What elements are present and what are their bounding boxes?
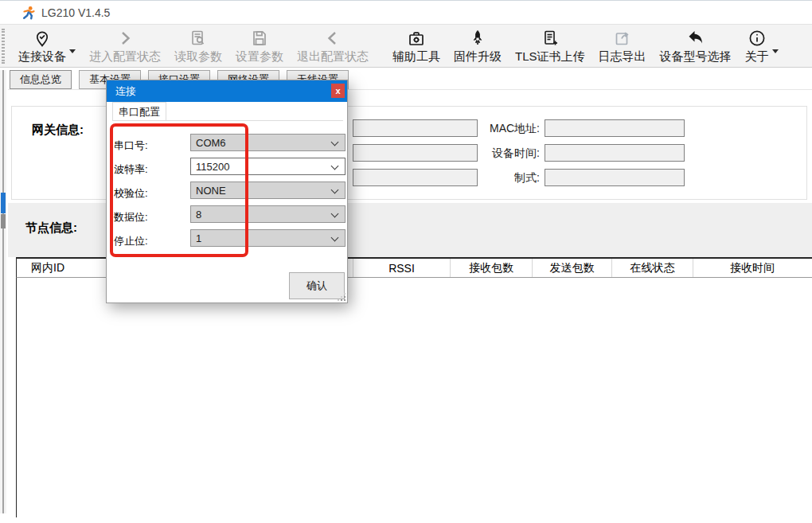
connect-dialog-titlebar[interactable]: 连接 x bbox=[107, 80, 347, 102]
chevron-down-icon bbox=[331, 162, 339, 170]
left-edge-blue-fragment bbox=[1, 193, 6, 213]
column-header-rssi[interactable]: RSSI bbox=[353, 259, 451, 277]
read-params-icon bbox=[189, 28, 208, 49]
tab-info-overview[interactable]: 信息总览 bbox=[10, 70, 72, 89]
parity-value: NONE bbox=[196, 185, 226, 197]
gateway-field-1[interactable] bbox=[353, 119, 478, 137]
certificate-upload-icon bbox=[541, 28, 560, 49]
toolbar-button-tls-cert-upload[interactable]: TLS证书上传 bbox=[515, 28, 585, 64]
dialog-tabline bbox=[112, 120, 343, 121]
about-dropdown-caret[interactable] bbox=[772, 49, 779, 53]
device-time-label: 设备时间: bbox=[468, 146, 540, 161]
data-bits-value: 8 bbox=[196, 209, 201, 221]
standard-label: 制式: bbox=[468, 171, 540, 185]
gateway-field-3[interactable] bbox=[353, 169, 478, 186]
toolbar-button-device-model-select[interactable]: 设备型号选择 bbox=[660, 28, 732, 64]
toolbar-label: 连接设备 bbox=[18, 49, 66, 64]
connect-dialog: 连接 x 串口配置 串口号: COM6 波特率: 115200 校验位: NON… bbox=[106, 80, 348, 303]
toolbar-button-exit-config[interactable]: 退出配置状态 bbox=[297, 28, 369, 64]
pin-check-icon bbox=[33, 28, 52, 49]
chevron-down-icon bbox=[331, 210, 339, 218]
stop-bits-select[interactable]: 1 bbox=[190, 229, 345, 247]
com-port-value: COM6 bbox=[196, 137, 226, 149]
column-header-rx-time[interactable]: 接收时间 bbox=[693, 259, 811, 277]
undo-arrow-icon bbox=[686, 28, 705, 49]
dialog-resize-grip[interactable] bbox=[344, 299, 345, 301]
toolbar-button-connect-device[interactable]: 连接设备 bbox=[18, 28, 66, 64]
toolbar-button-enter-config[interactable]: 进入配置状态 bbox=[89, 28, 161, 64]
com-port-label: 串口号: bbox=[114, 139, 170, 153]
baud-rate-select[interactable]: 115200 bbox=[190, 158, 345, 175]
data-bits-select[interactable]: 8 bbox=[190, 205, 345, 223]
data-bits-label: 数据位: bbox=[114, 210, 170, 224]
title-bar: LG210 V1.4.5 bbox=[0, 0, 812, 24]
window-title: LG210 V1.4.5 bbox=[41, 6, 110, 19]
toolbar-button-read-params[interactable]: 读取参数 bbox=[174, 28, 222, 64]
toolbar-button-aux-tools[interactable]: 辅助工具 bbox=[392, 28, 440, 64]
stop-bits-value: 1 bbox=[196, 232, 201, 244]
com-port-select[interactable]: COM6 bbox=[190, 134, 345, 151]
main-toolbar: 连接设备 进入配置状态 读取参数 bbox=[0, 24, 812, 68]
device-time-field[interactable] bbox=[545, 144, 685, 162]
toolbar-grip[interactable] bbox=[2, 29, 5, 64]
toolbar-label: 读取参数 bbox=[174, 49, 222, 64]
toolbar-label: 固件升级 bbox=[454, 49, 502, 64]
chevron-down-icon bbox=[331, 186, 339, 194]
export-icon bbox=[613, 28, 632, 49]
connect-device-dropdown-caret[interactable] bbox=[69, 49, 76, 53]
toolbar-label: 设备型号选择 bbox=[660, 49, 732, 64]
baud-rate-value: 115200 bbox=[196, 161, 229, 173]
parity-select[interactable]: NONE bbox=[190, 181, 345, 199]
mac-address-label: MAC地址: bbox=[468, 122, 540, 136]
left-edge-line bbox=[2, 70, 4, 513]
save-icon bbox=[250, 28, 269, 49]
mac-address-field[interactable] bbox=[545, 119, 685, 137]
stop-bits-label: 停止位: bbox=[114, 234, 170, 248]
node-table-body[interactable] bbox=[16, 278, 812, 517]
toolbar-label: 关于 bbox=[745, 49, 769, 64]
left-window-edge bbox=[0, 70, 6, 513]
chevron-down-icon bbox=[331, 234, 339, 242]
toolbar-button-about[interactable]: 关于 bbox=[745, 28, 769, 64]
app-logo-icon bbox=[21, 6, 36, 20]
toolbar-label: TLS证书上传 bbox=[515, 49, 585, 64]
column-header-online-status[interactable]: 在线状态 bbox=[612, 259, 693, 277]
close-icon[interactable]: x bbox=[331, 84, 345, 98]
left-edge-gray-fragment bbox=[1, 214, 6, 228]
gateway-info-label: 网关信息: bbox=[32, 123, 84, 138]
confirm-button[interactable]: 确认 bbox=[289, 272, 345, 299]
chevron-down-icon bbox=[331, 139, 339, 146]
chevron-left-icon bbox=[323, 28, 342, 49]
toolbar-button-set-params[interactable]: 设置参数 bbox=[236, 28, 283, 64]
column-header-rx-packets[interactable]: 接收包数 bbox=[451, 259, 533, 277]
gateway-field-2[interactable] bbox=[353, 144, 478, 162]
parity-label: 校验位: bbox=[114, 186, 170, 201]
toolbar-label: 辅助工具 bbox=[392, 49, 440, 64]
toolbar-button-log-export[interactable]: 日志导出 bbox=[599, 28, 646, 64]
toolbar-button-firmware-upgrade[interactable]: 固件升级 bbox=[454, 28, 502, 64]
toolbar-label: 日志导出 bbox=[599, 49, 646, 64]
baud-rate-label: 波特率: bbox=[114, 162, 170, 177]
column-header-tx-packets[interactable]: 发送包数 bbox=[533, 259, 612, 277]
standard-field[interactable] bbox=[545, 169, 685, 186]
connect-dialog-title: 连接 bbox=[115, 84, 136, 99]
rocket-icon bbox=[468, 28, 487, 49]
node-info-label: 节点信息: bbox=[25, 221, 77, 236]
toolbar-label: 进入配置状态 bbox=[89, 49, 161, 64]
info-icon bbox=[748, 28, 767, 49]
toolbox-icon bbox=[407, 28, 426, 49]
chevron-right-icon bbox=[115, 28, 135, 49]
tab-serial-config[interactable]: 串口配置 bbox=[112, 102, 166, 121]
toolbar-label: 退出配置状态 bbox=[297, 49, 369, 64]
toolbar-label: 设置参数 bbox=[236, 49, 283, 64]
